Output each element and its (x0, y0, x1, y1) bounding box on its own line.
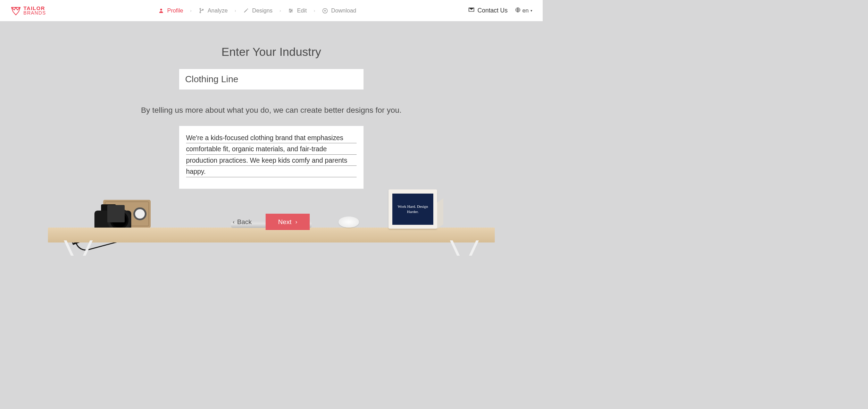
sliders-icon (288, 8, 294, 14)
nav-step-label: Designs (252, 7, 273, 14)
branch-icon (199, 8, 205, 14)
svg-point-4 (290, 9, 291, 10)
nav-step-label: Profile (167, 7, 183, 14)
nav-step-label: Analyze (208, 7, 228, 14)
page-title: Enter Your Industry (0, 21, 543, 59)
nav-step-label: Edit (297, 7, 307, 14)
svg-point-1 (200, 8, 201, 9)
desk-leg (65, 240, 91, 256)
nav-step-download[interactable]: Download (322, 7, 357, 14)
chevron-right-icon: › (235, 8, 236, 13)
industry-input[interactable] (179, 69, 364, 90)
nav-step-analyze[interactable]: Analyze (199, 7, 228, 14)
chevron-right-icon: › (279, 8, 281, 13)
next-button[interactable]: Next › (266, 214, 310, 230)
svg-point-6 (290, 11, 291, 12)
logo-text-2: BRANDS (24, 11, 46, 16)
back-label: Back (237, 218, 252, 226)
nav-step-profile[interactable]: Profile (158, 7, 183, 14)
chevron-down-icon: ▾ (531, 9, 532, 12)
chevron-right-icon: › (190, 8, 192, 13)
logo-text: TAILOR BRANDS (24, 6, 46, 16)
chevron-right-icon: › (295, 219, 297, 225)
chevron-right-icon: › (314, 8, 315, 13)
desk-leg (451, 240, 477, 256)
header-right: Contact Us en ▾ (468, 7, 532, 15)
pen-icon (243, 8, 249, 14)
header: TAILOR BRANDS Profile › Analyze › Design… (0, 0, 543, 21)
subtitle-text: By telling us more about what you do, we… (0, 106, 543, 115)
download-icon (322, 8, 328, 14)
nav-step-label: Download (331, 7, 356, 14)
contact-label: Contact Us (477, 7, 508, 14)
language-label: en (522, 7, 528, 14)
nav-step-edit[interactable]: Edit (288, 7, 307, 14)
description-box (179, 126, 364, 189)
envelope-icon (468, 7, 475, 15)
brand-logo[interactable]: TAILOR BRANDS (10, 5, 46, 16)
description-textarea[interactable] (186, 132, 357, 178)
nav-step-designs[interactable]: Designs (243, 7, 273, 14)
language-selector[interactable]: en ▾ (515, 7, 532, 14)
svg-point-0 (160, 9, 162, 10)
logo-text-1: TAILOR (24, 6, 46, 11)
next-label: Next (278, 218, 292, 226)
svg-point-2 (200, 12, 201, 13)
contact-us-link[interactable]: Contact Us (468, 7, 508, 15)
back-button[interactable]: ‹ Back (233, 218, 252, 226)
chevron-left-icon: ‹ (233, 219, 234, 225)
wizard-nav: Profile › Analyze › Designs › Edit › (46, 7, 468, 14)
main-content: Enter Your Industry By telling us more a… (0, 21, 543, 256)
logo-icon (10, 5, 21, 16)
user-icon (158, 8, 164, 14)
globe-icon (515, 7, 520, 14)
svg-point-5 (291, 10, 292, 11)
nav-buttons: ‹ Back Next › (0, 214, 543, 230)
